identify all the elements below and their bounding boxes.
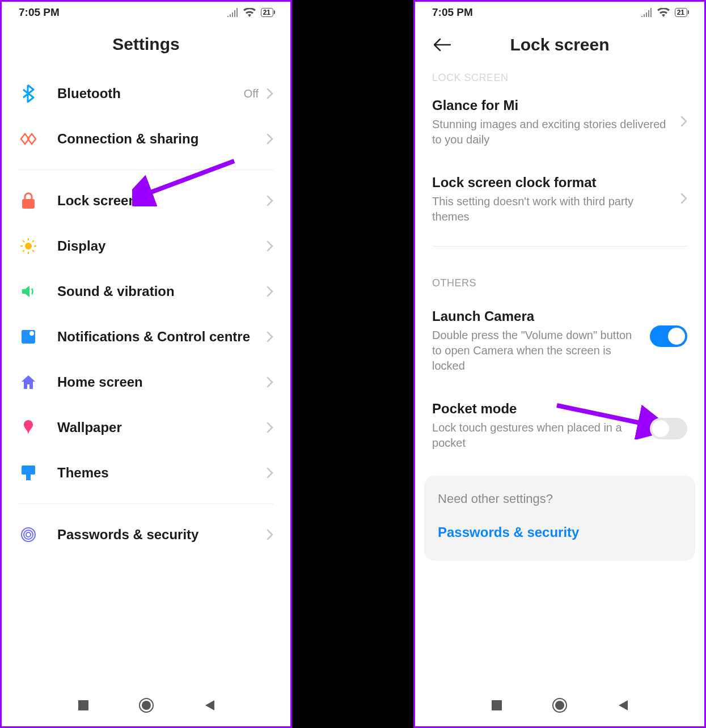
back-button[interactable]: [432, 35, 453, 55]
nav-back-icon[interactable]: [203, 699, 215, 714]
chevron-right-icon: [267, 286, 273, 297]
bluetooth-icon: [19, 84, 38, 103]
chevron-right-icon: [267, 240, 273, 252]
svg-line-8: [32, 250, 34, 252]
nav-recents-icon[interactable]: [77, 699, 90, 714]
home-icon: [19, 373, 38, 392]
detail-desc: Lock touch gestures when placed in a poc…: [432, 420, 639, 451]
page-title: Lock screen: [453, 35, 667, 54]
section-header-others: OTHERS: [415, 277, 704, 289]
wifi-icon: [657, 8, 670, 17]
sound-icon: [19, 282, 38, 301]
settings-item-wallpaper[interactable]: Wallpaper: [19, 405, 273, 450]
svg-point-16: [24, 530, 33, 539]
list-item-label: Wallpaper: [57, 420, 267, 435]
nav-recents-icon[interactable]: [491, 699, 503, 714]
divider: [19, 170, 273, 170]
status-time: 7:05 PM: [432, 6, 473, 19]
phone-lockscreen: 7:05 PM 21 Lock screen LOCK SCREEN Glanc…: [413, 0, 706, 728]
lockscreen-group: Glance for MiStunning images and excitin…: [415, 84, 704, 238]
nav-bar: [415, 689, 704, 726]
svg-point-12: [29, 331, 34, 336]
settings-item-home-screen[interactable]: Home screen: [19, 359, 273, 405]
svg-rect-1: [22, 199, 35, 209]
list-item-value: Off: [244, 87, 259, 100]
detail-desc: This setting doesn't work with third par…: [432, 194, 669, 225]
settings-item-connection-sharing[interactable]: Connection & sharing: [19, 116, 273, 162]
status-indicators: 21: [641, 8, 687, 17]
detail-item-pocket-mode[interactable]: Pocket modeLock touch gestures when plac…: [415, 387, 704, 464]
svg-rect-13: [22, 465, 35, 475]
passwords-security-link[interactable]: Passwords & security: [438, 524, 682, 540]
detail-title: Launch Camera: [432, 308, 639, 324]
arrow-left-icon: [434, 39, 451, 51]
svg-line-9: [23, 250, 24, 252]
svg-point-2: [25, 243, 32, 249]
status-time: 7:05 PM: [19, 6, 60, 19]
toggle-pocket-mode[interactable]: [650, 418, 687, 439]
settings-item-notifications-control-centre[interactable]: Notifications & Control centre: [19, 314, 273, 359]
status-indicators: 21: [227, 8, 273, 17]
title-bar: Settings: [2, 22, 290, 71]
list-item-label: Home screen: [57, 374, 267, 390]
status-bar: 7:05 PM 21: [2, 2, 290, 22]
list-item-label: Lock screen: [57, 193, 267, 209]
nav-home-icon[interactable]: [551, 697, 568, 716]
wifi-icon: [243, 8, 256, 17]
detail-item-launch-camera[interactable]: Launch CameraDouble press the "Volume do…: [415, 295, 704, 387]
chevron-right-icon: [267, 529, 273, 540]
detail-desc: Stunning images and exciting stories del…: [432, 117, 669, 147]
fingerprint-icon: [19, 525, 38, 544]
chevron-right-icon: [267, 376, 273, 388]
list-item-label: Themes: [57, 465, 267, 481]
divider: [432, 246, 687, 247]
detail-title: Pocket mode: [432, 401, 639, 417]
wallpaper-icon: [19, 418, 38, 437]
settings-item-bluetooth[interactable]: BluetoothOff: [19, 71, 273, 116]
chevron-right-icon: [267, 195, 273, 206]
svg-point-24: [555, 701, 564, 710]
phone-settings: 7:05 PM 21 Settings BluetoothOffConnecti…: [0, 0, 292, 728]
list-item-label: Sound & vibration: [57, 283, 267, 299]
svg-point-17: [26, 532, 31, 537]
svg-line-7: [23, 240, 24, 242]
list-item-label: Display: [57, 238, 267, 254]
settings-item-passwords-security[interactable]: Passwords & security: [19, 512, 273, 557]
notif-icon: [19, 327, 38, 346]
settings-list-group-2: Lock screenDisplaySound & vibrationNotif…: [2, 178, 290, 496]
toggle-launch-camera[interactable]: [650, 325, 687, 347]
detail-item-glance-for-mi[interactable]: Glance for MiStunning images and excitin…: [415, 84, 704, 161]
battery-icon: 21: [261, 8, 273, 17]
chevron-right-icon: [680, 193, 687, 204]
theme-icon: [19, 463, 38, 482]
divider: [19, 503, 273, 504]
svg-line-10: [32, 240, 34, 242]
svg-rect-14: [26, 475, 31, 480]
detail-item-lock-screen-clock-format[interactable]: Lock screen clock formatThis setting doe…: [415, 161, 704, 238]
title-bar: Lock screen: [415, 22, 704, 72]
sun-icon: [19, 236, 38, 256]
page-title: Settings: [19, 35, 273, 54]
svg-rect-18: [78, 700, 88, 710]
chevron-right-icon: [267, 88, 273, 99]
settings-item-lock-screen[interactable]: Lock screen: [19, 178, 273, 223]
settings-item-themes[interactable]: Themes: [19, 450, 273, 496]
need-other-settings-card: Need other settings? Passwords & securit…: [424, 476, 695, 561]
chevron-right-icon: [267, 467, 273, 479]
chevron-right-icon: [267, 422, 273, 433]
chevron-right-icon: [267, 133, 273, 145]
settings-item-display[interactable]: Display: [19, 223, 273, 269]
settings-item-sound-vibration[interactable]: Sound & vibration: [19, 269, 273, 314]
others-group: Launch CameraDouble press the "Volume do…: [415, 295, 704, 464]
nav-back-icon[interactable]: [616, 699, 629, 714]
card-heading: Need other settings?: [438, 492, 682, 506]
nav-bar: [2, 689, 290, 726]
connection-icon: [19, 129, 38, 149]
list-item-label: Notifications & Control centre: [57, 329, 267, 345]
nav-home-icon[interactable]: [138, 697, 155, 716]
detail-desc: Double press the "Volume down" button to…: [432, 328, 639, 374]
svg-rect-22: [492, 700, 502, 710]
list-item-label: Bluetooth: [57, 86, 244, 101]
list-item-label: Connection & sharing: [57, 131, 267, 147]
signal-icon: [227, 8, 238, 17]
